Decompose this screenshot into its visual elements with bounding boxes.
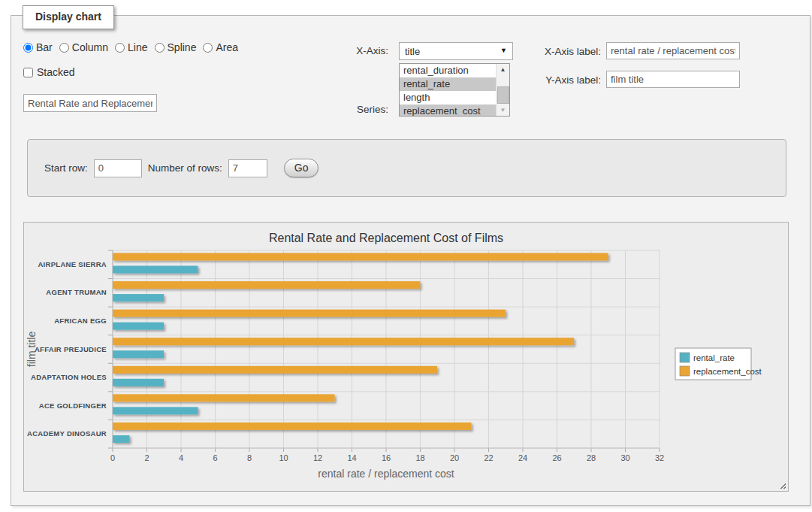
y-axis-title: film title [26,332,38,368]
chart-type-label: Area [216,41,238,53]
row-controls-box: Start row: Number of rows: Go [27,139,786,197]
scroll-up-icon[interactable]: ▲ [497,64,509,75]
category-label: ACADEMY DINOSAUR [27,429,107,438]
x-tick-label: 10 [279,453,288,462]
bar-replacement_cost-0[interactable] [113,253,608,261]
legend-label: rental_rate [693,353,735,362]
bar-rental_rate-4[interactable] [113,379,164,386]
x-tick-label: 20 [450,453,459,462]
x-tick-label: 6 [213,453,217,462]
series-option-rental_rate[interactable]: rental_rate [400,77,509,91]
series-options: rental_durationrental_ratelengthreplacem… [400,64,509,117]
stacked-label: Stacked [37,66,75,78]
go-button[interactable]: Go [284,159,319,177]
x-tick-label: 14 [347,453,356,462]
chart-legend[interactable]: rental_ratereplacement_cost [675,348,762,380]
x-tick-label: 2 [144,453,149,462]
bar-replacement_cost-2[interactable] [113,310,506,317]
chart-type-option-column: Column [59,41,108,53]
start-row-label: Start row: [44,162,88,174]
bar-rental_rate-5[interactable] [113,407,198,414]
bar-replacement_cost-1[interactable] [113,281,420,289]
chart-type-option-bar: Bar [23,41,53,53]
x-tick-label: 18 [415,453,424,462]
chart-type-label: Column [72,41,108,53]
chart-type-radio-line[interactable] [115,43,125,53]
category-label: AFFAIR PREJUDICE [35,345,107,353]
num-rows-label: Number of rows: [148,162,222,174]
legend-label: replacement_cost [693,367,762,376]
x-tick-label: 16 [382,453,391,462]
bar-replacement_cost-3[interactable] [113,338,574,345]
chart-type-option-area: Area [203,41,238,53]
series-option-replacement_cost[interactable]: replacement_cost [400,105,509,117]
x-tick-label: 30 [620,453,629,462]
x-tick-label: 8 [247,453,252,462]
bar-chart: Rental Rate and Replacement Cost of Film… [24,223,786,489]
chart-title: Rental Rate and Replacement Cost of Film… [269,232,503,244]
x-tick-label: 28 [587,453,596,462]
num-rows-input[interactable] [228,159,267,177]
chart-title-input[interactable] [23,94,157,112]
x-axis-label-input[interactable] [606,42,740,59]
category-label: ACE GOLDFINGER [39,401,107,410]
series-option-length[interactable]: length [400,91,509,105]
listbox-scrollbar[interactable]: ▲ ▼ [496,64,509,116]
bar-replacement_cost-4[interactable] [113,366,437,374]
stacked-checkbox-row: Stacked [23,66,75,78]
series-listbox[interactable]: rental_durationrental_ratelengthreplacem… [399,63,510,117]
x-axis-select-label: X-Axis: [312,45,388,56]
x-tick-label: 12 [313,453,322,462]
y-axis-label-label: Y-Axis label: [507,74,601,86]
chart-type-label: Line [128,41,147,53]
bar-replacement_cost-6[interactable] [113,423,472,430]
series-option-rental_duration[interactable]: rental_duration [400,64,509,77]
panel-title: Display chart [23,5,114,29]
bar-rental_rate-1[interactable] [113,294,164,301]
chart-type-radio-spline[interactable] [155,43,165,53]
chart-type-radio-area[interactable] [203,43,213,53]
page: Display chart BarColumnLineSplineArea St… [0,0,812,512]
chart-type-radio-column[interactable] [59,43,69,53]
x-tick-label: 32 [655,453,664,462]
bar-rental_rate-0[interactable] [113,266,198,274]
legend-item-rental_rate[interactable]: rental_rate [680,353,735,362]
chart-type-option-line: Line [115,41,147,53]
display-chart-panel: Display chart BarColumnLineSplineArea St… [11,15,810,506]
x-tick-label: 22 [484,453,493,462]
scroll-down-icon[interactable]: ▼ [497,105,509,116]
bar-rental_rate-6[interactable] [113,435,130,443]
x-tick-label: 4 [179,453,183,462]
series-select-label: Series: [312,104,388,115]
x-tick-label: 0 [110,453,115,462]
bar-replacement_cost-5[interactable] [113,394,335,401]
chart-type-option-spline: Spline [155,41,197,53]
x-tick-label: 26 [552,453,561,462]
chart-container: Rental Rate and Replacement Cost of Film… [23,222,789,492]
category-label: AGENT TRUMAN [46,288,107,296]
x-axis-select-value: title [405,46,420,57]
x-tick-label: 24 [518,453,527,462]
bar-rental_rate-3[interactable] [113,350,164,358]
category-label: AFRICAN EGG [54,317,107,325]
x-axis-title: rental rate / replacement cost [318,468,454,480]
y-axis-label-input[interactable] [606,71,740,88]
scrollbar-thumb[interactable] [497,86,509,104]
category-label: AIRPLANE SIERRA [38,260,107,268]
x-axis-select[interactable]: title ▼ [399,42,513,60]
chart-type-label: Spline [168,41,197,53]
chart-type-radio-group: BarColumnLineSplineArea [23,41,238,53]
chart-type-label: Bar [36,41,53,53]
bar-rental_rate-2[interactable] [113,323,164,330]
category-label: ADAPTATION HOLES [31,373,107,381]
start-row-input[interactable] [94,159,142,177]
x-axis-label-label: X-Axis label: [507,46,601,57]
stacked-checkbox[interactable] [23,68,33,77]
chart-type-radio-bar[interactable] [23,43,33,53]
dropdown-arrow-icon: ▼ [500,47,507,54]
